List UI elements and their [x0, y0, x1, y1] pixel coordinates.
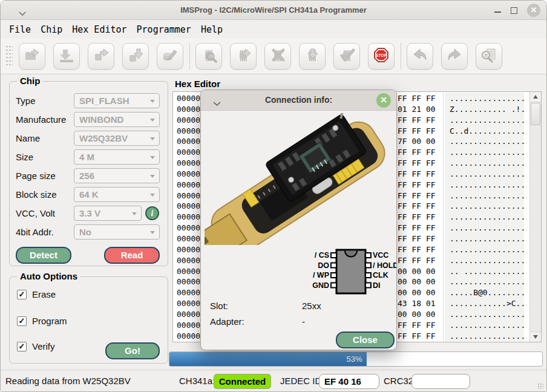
hex-ascii: ................ [450, 147, 525, 158]
open-part-button[interactable] [88, 43, 114, 70]
pin-label: DI [373, 281, 381, 290]
hex-ascii: ................ [450, 320, 525, 331]
menu-item-hex-editor[interactable]: Hex Editor [67, 23, 131, 36]
svg-text:STOP: STOP [376, 53, 387, 57]
name-combobox[interactable]: W25Q32BV [74, 131, 160, 146]
vcc-info-button[interactable]: i [145, 206, 159, 220]
hex-ascii: ................ [450, 212, 525, 223]
stop-button[interactable]: STOP [368, 43, 395, 70]
resize-grip[interactable] [537, 383, 543, 389]
pin-label: DO [318, 261, 329, 270]
minimize-icon[interactable] [494, 11, 501, 13]
dialog-close-icon[interactable]: ✕ [376, 93, 391, 108]
edit-button[interactable] [157, 43, 183, 70]
save-file-button[interactable] [53, 43, 80, 70]
progress-label: 53% [346, 354, 362, 364]
verify-chip-button[interactable] [333, 43, 360, 70]
checkbox-label: Erase [32, 289, 56, 299]
hex-ascii: ................ [450, 158, 525, 169]
size-combobox[interactable]: 4 M [74, 149, 160, 165]
undo-button[interactable] [407, 43, 433, 70]
4bit-addr-combobox[interactable]: No [74, 224, 160, 240]
hex-ascii: ................ [450, 223, 525, 234]
ch341a-label: CH341a: [179, 376, 215, 386]
chip-panel: Chip TypeSPI_FLASHManufactureWINBONDName… [9, 81, 168, 266]
scrollbar-thumb[interactable] [531, 103, 540, 125]
detect-chip-button[interactable] [195, 43, 222, 70]
close-icon[interactable]: ✕ [527, 4, 540, 17]
chevron-down-icon [150, 137, 155, 140]
toolbar-separator [189, 43, 190, 70]
scroll-down-icon[interactable] [530, 332, 541, 342]
program-checkbox[interactable]: ✓ [17, 316, 27, 326]
checkbox-row-erase[interactable]: ✓Erase [17, 289, 56, 299]
hex-bytes: FF FF FF [398, 320, 436, 331]
detect-chip-icon [200, 47, 217, 65]
hex-bytes: 00 00 00 [398, 266, 436, 277]
detect-button[interactable]: Detect [16, 247, 71, 264]
ch341a-status-badge: Connected [214, 374, 271, 389]
save-file-icon [58, 47, 75, 65]
save-part-icon [127, 47, 144, 65]
hex-bytes: FF FF FF [398, 201, 436, 212]
hex-ascii: ................ [450, 191, 525, 201]
hex-bytes: FF FF FF [398, 212, 436, 223]
maximize-icon[interactable] [511, 7, 517, 14]
crc32-field[interactable] [411, 374, 470, 389]
hex-bytes: FF FF FF [398, 191, 436, 201]
open-file-icon [24, 47, 41, 65]
hex-bytes: FF FF FF [398, 180, 436, 191]
read-button[interactable]: Read [104, 247, 160, 264]
jedec-id-field[interactable]: EF 40 16 [319, 374, 379, 389]
hex-ascii: .. ............. [450, 266, 525, 277]
chip-field-row: Size4 M [10, 149, 168, 165]
type-combobox[interactable]: SPI_FLASH [74, 93, 160, 108]
redo-button[interactable] [441, 43, 468, 70]
menu-item-programmer[interactable]: Programmer [132, 23, 196, 36]
save-part-button[interactable] [122, 43, 149, 70]
page-size-combobox[interactable]: 256 [74, 168, 160, 183]
hex-scrollbar[interactable] [529, 92, 541, 342]
pin-label: VCC [373, 251, 388, 260]
hex-bytes: FF FF FF [398, 169, 436, 180]
scroll-up-icon[interactable] [530, 92, 541, 102]
write-chip-button[interactable] [299, 43, 326, 70]
erase-chip-icon [269, 47, 286, 65]
toolbar-grip[interactable] [5, 45, 13, 68]
chip-field-row: VCC, Volt3.3 Vi [10, 206, 168, 221]
hex-bytes: 43 18 01 [398, 298, 436, 309]
hex-bytes: 00 00 00 [398, 309, 436, 320]
app-window: IMSProg - I2C/MicroWire/SPI CH341a Progr… [0, 0, 547, 392]
erase-chip-button[interactable] [264, 43, 291, 70]
checkbox-row-program[interactable]: ✓Program [17, 316, 67, 326]
stop-icon: STOP [373, 47, 390, 65]
hex-bytes: 7F 00 00 [398, 136, 436, 147]
menu-item-file[interactable]: File [4, 23, 36, 36]
hex-bytes: FF FF FF [398, 158, 436, 169]
menu-item-chip[interactable]: Chip [36, 23, 67, 36]
erase-checkbox[interactable]: ✓ [17, 290, 27, 299]
verify-checkbox[interactable]: ✓ [17, 342, 27, 351]
status-message: Reading data from W25Q32BV [5, 376, 131, 386]
manufacture-combobox[interactable]: WINBOND [74, 112, 160, 127]
hex-ascii: ................ [450, 276, 525, 287]
field-label: Page size [16, 171, 56, 181]
checkbox-row-verify[interactable]: ✓Verify [17, 341, 55, 351]
field-label: VCC, Volt [16, 208, 55, 218]
go-button[interactable]: Go! [105, 342, 160, 359]
checkbox-label: Program [32, 316, 67, 326]
hex-ascii: Z........... .!. [450, 104, 525, 115]
vcc-volt-combobox[interactable]: 3.3 V [74, 206, 142, 221]
hex-ascii: C..d............ [450, 126, 525, 137]
svg-text:ff: ff [485, 53, 488, 58]
menu-item-help[interactable]: Help [196, 23, 228, 36]
checkbox-label: Verify [32, 341, 55, 351]
find-hex-button[interactable]: ff [476, 43, 502, 70]
read-chip-button[interactable] [230, 43, 257, 70]
block-size-combobox[interactable]: 64 K [74, 187, 160, 202]
read-chip-icon [235, 47, 252, 65]
open-file-button[interactable] [19, 43, 45, 70]
chevron-down-icon [150, 100, 155, 103]
edit-icon [162, 47, 179, 65]
dialog-close-button[interactable]: Close [336, 332, 395, 348]
